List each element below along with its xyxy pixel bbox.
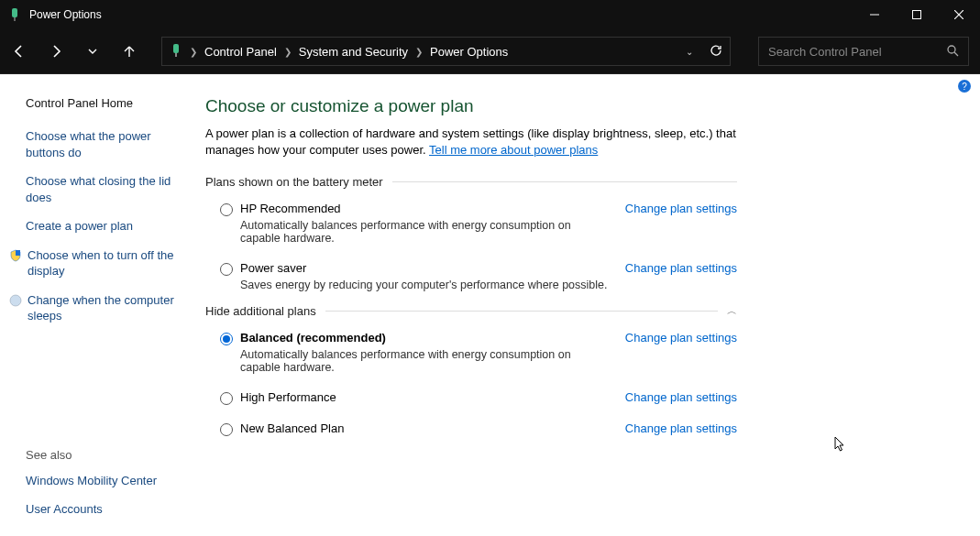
plan-hp-desc: Automatically balances performance with … <box>240 219 614 245</box>
tell-me-more-link[interactable]: Tell me more about power plans <box>429 143 598 157</box>
plan-high-name[interactable]: High Performance <box>240 390 614 404</box>
navbar: ❯ Control Panel ❯ System and Security ❯ … <box>0 29 980 73</box>
sidebar-link-accounts[interactable]: User Accounts <box>26 501 183 518</box>
forward-button[interactable] <box>48 43 64 60</box>
plan-powersaver-name[interactable]: Power saver <box>240 261 614 275</box>
plan-new-change-link[interactable]: Change plan settings <box>625 421 737 435</box>
plan-powersaver-change-link[interactable]: Change plan settings <box>625 261 737 275</box>
section-battery-header: Plans shown on the battery meter <box>205 175 737 189</box>
search-placeholder: Search Control Panel <box>768 45 939 59</box>
plan-balanced-change-link[interactable]: Change plan settings <box>625 331 737 345</box>
page-description: A power plan is a collection of hardware… <box>205 126 755 159</box>
plan-new-radio[interactable] <box>220 423 233 436</box>
address-bar[interactable]: ❯ Control Panel ❯ System and Security ❯ … <box>161 37 731 66</box>
chevron-right-icon: ❯ <box>284 47 292 57</box>
breadcrumb-leaf[interactable]: Power Options <box>430 45 508 59</box>
plan-hp-name[interactable]: HP Recommended <box>240 202 614 215</box>
plan-balanced-desc: Automatically balances performance with … <box>240 348 614 374</box>
section-hide-header[interactable]: Hide additional plans ︿ <box>205 304 737 318</box>
up-button[interactable] <box>121 43 138 60</box>
plan-high: High Performance Change plan settings <box>205 387 737 418</box>
plan-powersaver: Power saver Saves energy by reducing you… <box>205 257 737 304</box>
close-button[interactable] <box>938 0 980 29</box>
breadcrumb-root[interactable]: Control Panel <box>204 45 277 59</box>
main-panel: Choose or customize a power plan A power… <box>193 74 980 536</box>
sidebar-link-turnoff[interactable]: Choose when to turn off the display <box>28 247 183 279</box>
control-panel-home-link[interactable]: Control Panel Home <box>26 96 183 110</box>
plan-balanced: Balanced (recommended) Automatically bal… <box>205 327 737 387</box>
plan-hp-radio[interactable] <box>220 203 233 216</box>
search-input[interactable]: Search Control Panel <box>758 37 969 66</box>
svg-rect-0 <box>12 8 17 17</box>
help-icon[interactable]: ? <box>958 80 971 93</box>
breadcrumb-mid[interactable]: System and Security <box>299 45 408 59</box>
plan-new: New Balanced Plan Change plan settings <box>205 418 737 449</box>
sidebar-link-buttons[interactable]: Choose what the power buttons do <box>26 128 183 160</box>
minimize-button[interactable] <box>853 0 896 29</box>
chevron-right-icon: ❯ <box>190 47 197 57</box>
app-icon <box>7 7 22 22</box>
window-controls <box>853 0 980 29</box>
see-also-header: See also <box>26 448 183 462</box>
address-icon <box>170 44 182 60</box>
maximize-button[interactable] <box>896 0 938 29</box>
plan-powersaver-desc: Saves energy by reducing your computer's… <box>240 279 614 291</box>
content-area: ? Control Panel Home Choose what the pow… <box>0 73 980 536</box>
window-title: Power Options <box>29 8 853 21</box>
shield-icon <box>9 294 22 307</box>
plan-high-radio[interactable] <box>220 392 233 405</box>
sidebar-link-lid[interactable]: Choose what closing the lid does <box>26 173 183 205</box>
plan-balanced-radio[interactable] <box>220 333 233 345</box>
titlebar: Power Options <box>0 0 980 29</box>
chevron-up-icon: ︿ <box>727 304 737 318</box>
sidebar-link-sleeps[interactable]: Change when the computer sleeps <box>28 292 183 324</box>
plan-balanced-name[interactable]: Balanced (recommended) <box>240 331 614 345</box>
refresh-button[interactable] <box>710 44 722 60</box>
chevron-right-icon: ❯ <box>415 47 423 57</box>
plan-hp: HP Recommended Automatically balances pe… <box>205 198 737 257</box>
shield-icon <box>9 249 22 262</box>
svg-rect-1 <box>14 17 16 21</box>
recent-button[interactable] <box>84 43 101 60</box>
svg-point-8 <box>948 46 955 53</box>
back-button[interactable] <box>11 43 28 60</box>
page-heading: Choose or customize a power plan <box>205 96 943 116</box>
svg-point-11 <box>10 295 21 306</box>
sidebar-link-mobility[interactable]: Windows Mobility Center <box>26 473 183 489</box>
svg-line-9 <box>954 52 958 56</box>
svg-rect-7 <box>175 53 177 57</box>
sidebar: Control Panel Home Choose what the power… <box>0 74 193 536</box>
svg-rect-6 <box>173 44 179 53</box>
svg-rect-3 <box>913 11 921 19</box>
address-dropdown[interactable]: ⌄ <box>686 47 693 57</box>
plan-hp-change-link[interactable]: Change plan settings <box>625 202 737 215</box>
plan-new-name[interactable]: New Balanced Plan <box>240 421 614 435</box>
sidebar-link-create[interactable]: Create a power plan <box>26 218 183 235</box>
search-icon <box>946 44 959 60</box>
plan-high-change-link[interactable]: Change plan settings <box>625 390 737 404</box>
plan-powersaver-radio[interactable] <box>220 263 233 276</box>
svg-rect-10 <box>16 250 20 256</box>
